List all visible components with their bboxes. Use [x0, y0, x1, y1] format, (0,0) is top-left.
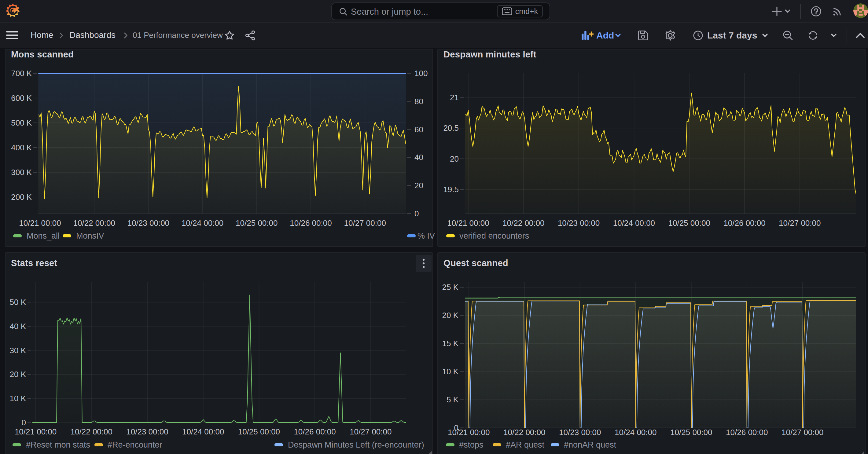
svg-text:10/26 00:00: 10/26 00:00 — [726, 428, 768, 437]
svg-text:20 K: 20 K — [442, 311, 459, 320]
svg-text:50 K: 50 K — [10, 298, 26, 307]
svg-text:10/22 00:00: 10/22 00:00 — [73, 219, 115, 228]
svg-text:60: 60 — [414, 125, 423, 134]
svg-text:21: 21 — [450, 93, 459, 102]
svg-text:10/21 00:00: 10/21 00:00 — [15, 427, 57, 436]
svg-text:10/24 00:00: 10/24 00:00 — [182, 427, 224, 436]
svg-text:500 K: 500 K — [11, 118, 32, 127]
svg-text:10/24 00:00: 10/24 00:00 — [182, 219, 223, 228]
svg-text:10/22 00:00: 10/22 00:00 — [502, 219, 544, 228]
svg-text:10/22 00:00: 10/22 00:00 — [503, 428, 545, 437]
svg-text:15 K: 15 K — [442, 339, 459, 348]
svg-text:10/23 00:00: 10/23 00:00 — [127, 219, 169, 228]
svg-text:0: 0 — [414, 209, 419, 218]
svg-text:10/27 00:00: 10/27 00:00 — [344, 219, 386, 228]
svg-text:600 K: 600 K — [11, 94, 32, 103]
svg-text:10/23 00:00: 10/23 00:00 — [126, 427, 168, 436]
svg-text:40 K: 40 K — [10, 322, 26, 331]
svg-text:10/27 00:00: 10/27 00:00 — [779, 219, 820, 228]
svg-text:300 K: 300 K — [11, 168, 32, 177]
svg-text:10/27 00:00: 10/27 00:00 — [781, 428, 824, 437]
svg-text:20.5: 20.5 — [443, 123, 459, 133]
svg-text:10/23 00:00: 10/23 00:00 — [559, 428, 601, 437]
svg-text:10/25 00:00: 10/25 00:00 — [236, 219, 278, 228]
svg-text:10/21 00:00: 10/21 00:00 — [19, 219, 61, 228]
svg-text:10/24 00:00: 10/24 00:00 — [615, 428, 656, 437]
svg-text:200 K: 200 K — [11, 192, 32, 202]
svg-text:10/25 00:00: 10/25 00:00 — [669, 219, 710, 228]
svg-text:700 K: 700 K — [11, 69, 32, 78]
svg-text:10 K: 10 K — [10, 394, 26, 403]
svg-text:10/21 00:00: 10/21 00:00 — [447, 219, 489, 228]
svg-text:30 K: 30 K — [10, 346, 26, 355]
svg-text:19.5: 19.5 — [443, 185, 459, 194]
svg-text:400 K: 400 K — [11, 143, 32, 152]
svg-text:40: 40 — [414, 153, 423, 162]
svg-text:10/25 00:00: 10/25 00:00 — [238, 427, 280, 436]
svg-text:0: 0 — [22, 418, 26, 427]
svg-text:20: 20 — [414, 181, 423, 190]
svg-text:10/27 00:00: 10/27 00:00 — [350, 427, 392, 436]
svg-text:25 K: 25 K — [442, 283, 459, 292]
svg-text:10/25 00:00: 10/25 00:00 — [670, 428, 712, 437]
svg-text:20: 20 — [450, 154, 459, 163]
svg-text:5 K: 5 K — [446, 395, 459, 404]
svg-text:10/22 00:00: 10/22 00:00 — [71, 427, 113, 436]
svg-text:10/21 00:00: 10/21 00:00 — [448, 428, 490, 437]
svg-text:10/26 00:00: 10/26 00:00 — [723, 219, 765, 228]
svg-text:10/26 00:00: 10/26 00:00 — [294, 427, 336, 436]
svg-text:10/23 00:00: 10/23 00:00 — [558, 219, 600, 228]
svg-text:20 K: 20 K — [10, 370, 26, 379]
svg-text:10 K: 10 K — [442, 367, 459, 376]
svg-text:100: 100 — [414, 69, 428, 78]
svg-text:10/26 00:00: 10/26 00:00 — [290, 219, 332, 228]
svg-text:80: 80 — [414, 97, 423, 106]
svg-text:10/24 00:00: 10/24 00:00 — [613, 219, 655, 228]
